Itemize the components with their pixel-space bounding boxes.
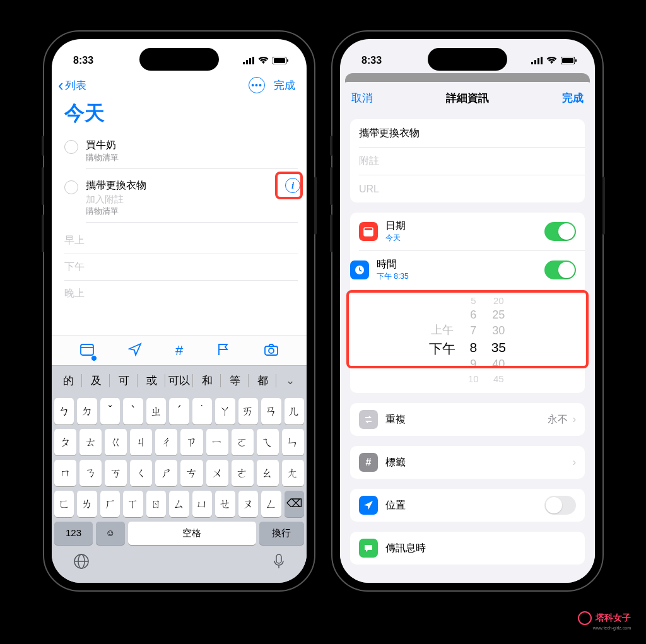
key[interactable]: ㄏ (100, 491, 120, 517)
key[interactable]: ㄙ (169, 491, 189, 517)
key[interactable]: ㄢ (261, 398, 281, 424)
picker-am[interactable]: 上午 (431, 322, 454, 337)
reminder-item[interactable]: 攜帶更換衣物 加入附註 購物清單 i (64, 174, 307, 228)
section-afternoon[interactable]: 下午 (64, 254, 298, 281)
more-button[interactable]: ••• (249, 77, 265, 93)
candidate[interactable]: 等 (221, 370, 249, 392)
complete-radio[interactable] (64, 180, 78, 194)
section-morning[interactable]: 早上 (64, 228, 298, 254)
flag-icon[interactable] (216, 342, 230, 359)
candidate[interactable]: 或 (138, 370, 165, 392)
key[interactable]: ㄌ (77, 491, 97, 517)
volume-button (330, 167, 332, 205)
key[interactable]: ㄛ (232, 429, 254, 455)
repeat-row[interactable]: 重複 永不› (350, 403, 585, 436)
expand-candidates-icon[interactable]: ⌄ (276, 370, 304, 392)
key[interactable]: ㄐ (130, 429, 152, 455)
candidate[interactable]: 可以 (165, 370, 193, 392)
dictation-icon[interactable] (273, 553, 285, 572)
key[interactable]: ㄑ (130, 460, 152, 486)
done-button[interactable]: 完成 (274, 78, 295, 93)
messaging-row[interactable]: 傳訊息時 (350, 532, 585, 565)
key[interactable]: ㄓ (146, 398, 166, 424)
key[interactable]: ㄇ (54, 460, 76, 486)
picker-minute-column[interactable]: 20 25 30 35 40 45 (491, 295, 506, 384)
cancel-button[interactable]: 取消 (351, 91, 373, 105)
key[interactable]: ㄈ (54, 491, 74, 517)
key[interactable]: ㄝ (215, 491, 235, 517)
time-row[interactable]: 時間 下午 8:35 (359, 250, 585, 289)
picker-pm[interactable]: 下午 (429, 340, 455, 358)
key[interactable]: ㄘ (180, 460, 203, 486)
task-title-field[interactable]: 攜帶更換衣物 (350, 119, 585, 147)
wifi-icon (546, 57, 557, 64)
candidate[interactable]: 及 (82, 370, 110, 392)
key[interactable]: ㄕ (155, 460, 177, 486)
url-field[interactable]: URL (359, 175, 585, 202)
date-row[interactable]: 日期 今天 (350, 213, 585, 250)
reminder-list-name: 購物清單 (86, 206, 298, 217)
tags-row[interactable]: # 標籤 › (350, 446, 585, 479)
candidate[interactable]: 和 (193, 370, 221, 392)
candidate[interactable]: 可 (110, 370, 138, 392)
key[interactable]: ㄧ (206, 429, 228, 455)
location-icon[interactable] (128, 342, 142, 359)
key[interactable]: ㄞ (238, 398, 258, 424)
location-row[interactable]: 位置 (350, 489, 585, 522)
return-key[interactable]: 換行 (259, 522, 304, 545)
status-time: 8:33 (361, 55, 382, 66)
key[interactable]: ㄚ (215, 398, 235, 424)
key[interactable]: ㄔ (155, 429, 177, 455)
key[interactable]: ˇ (100, 398, 120, 424)
key[interactable]: ㄉ (77, 398, 97, 424)
date-toggle[interactable] (544, 222, 576, 241)
picker-ampm-column[interactable]: 上午 下午 (429, 307, 455, 373)
key[interactable]: ㄎ (105, 460, 127, 486)
key[interactable]: ˙ (192, 398, 212, 424)
reminder-note-placeholder[interactable]: 加入附註 (86, 194, 298, 206)
key[interactable]: ㄜ (232, 460, 254, 486)
section-evening[interactable]: 晚上 (64, 281, 298, 307)
time-picker[interactable]: 上午 下午 5 6 7 8 9 10 20 25 (350, 289, 585, 393)
picker-hour-column[interactable]: 5 6 7 8 9 10 (468, 295, 479, 384)
time-toggle[interactable] (544, 261, 576, 279)
key[interactable]: ㄗ (180, 429, 203, 455)
key[interactable]: ˋ (123, 398, 143, 424)
candidate[interactable]: 都 (249, 370, 276, 392)
camera-icon[interactable] (264, 343, 279, 358)
key[interactable]: ㄆ (54, 429, 76, 455)
notes-field[interactable]: 附註 (359, 147, 585, 175)
done-button[interactable]: 完成 (562, 91, 584, 105)
key[interactable]: ㄥ (261, 491, 281, 517)
numeric-key[interactable]: 123 (54, 522, 93, 545)
key[interactable]: ㄨ (206, 460, 228, 486)
key[interactable]: ㄣ (282, 429, 304, 455)
key[interactable]: ㄦ (285, 398, 304, 424)
hashtag-icon[interactable]: # (175, 342, 183, 359)
schedule-icon[interactable] (79, 342, 95, 359)
key[interactable]: ㄍ (105, 429, 127, 455)
key[interactable]: ㄠ (257, 460, 279, 486)
key[interactable]: ㄡ (238, 491, 258, 517)
info-button[interactable]: i (285, 178, 300, 193)
emoji-key[interactable]: ☺ (96, 522, 125, 545)
space-key[interactable]: 空格 (128, 522, 256, 545)
key[interactable]: ㄅ (54, 398, 74, 424)
key[interactable]: ㄖ (146, 491, 166, 517)
key[interactable]: ㄩ (192, 491, 212, 517)
key[interactable]: ㄤ (282, 460, 304, 486)
candidate[interactable]: 的 (54, 370, 82, 392)
date-value: 今天 (385, 233, 537, 243)
backspace-key[interactable]: ⌫ (285, 491, 304, 517)
complete-radio[interactable] (64, 140, 78, 154)
globe-icon[interactable] (73, 553, 90, 572)
key[interactable]: ㄊ (79, 429, 102, 455)
key[interactable]: ㄋ (79, 460, 102, 486)
hashtag-icon: # (359, 453, 378, 472)
key[interactable]: ˊ (169, 398, 189, 424)
reminder-item[interactable]: 買牛奶 購物清單 (64, 134, 307, 174)
key[interactable]: ㄟ (257, 429, 279, 455)
location-toggle[interactable] (544, 496, 576, 515)
back-button[interactable]: ‹ 列表 (58, 77, 86, 93)
key[interactable]: ㄒ (123, 491, 143, 517)
